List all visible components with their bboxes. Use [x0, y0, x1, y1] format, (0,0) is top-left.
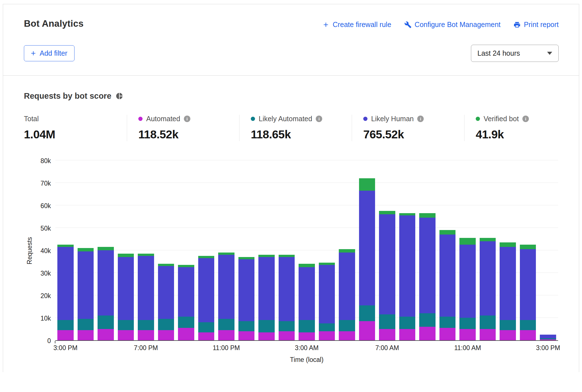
bar-segment-likely-human[interactable] [98, 250, 114, 316]
bar-segment-verified-bot[interactable] [78, 248, 94, 251]
bar-segment-automated[interactable] [78, 330, 94, 340]
bar-18[interactable] [419, 213, 436, 340]
bar-segment-likely-automated[interactable] [419, 313, 436, 327]
bar-segment-likely-human[interactable] [218, 255, 234, 319]
bar-segment-automated[interactable] [419, 327, 436, 340]
bar-segment-likely-human[interactable] [238, 259, 255, 321]
bar-1[interactable] [78, 248, 94, 340]
bar-segment-verified-bot[interactable] [138, 254, 154, 256]
bar-segment-likely-automated[interactable] [218, 319, 234, 330]
bar-segment-verified-bot[interactable] [500, 242, 516, 247]
bar-segment-automated[interactable] [359, 321, 375, 340]
bar-segment-automated[interactable] [57, 330, 74, 340]
bar-3[interactable] [118, 254, 134, 340]
bar-segment-automated[interactable] [279, 331, 295, 340]
bar-16[interactable] [379, 211, 395, 340]
bar-segment-verified-bot[interactable] [319, 263, 335, 265]
bar-segment-verified-bot[interactable] [339, 249, 355, 253]
bar-segment-likely-automated[interactable] [258, 320, 275, 332]
bar-14[interactable] [339, 249, 355, 340]
bar-segment-verified-bot[interactable] [218, 253, 234, 255]
bar-segment-automated[interactable] [158, 330, 174, 340]
bar-segment-likely-human[interactable] [299, 267, 315, 320]
info-icon[interactable]: i [316, 116, 322, 122]
bar-segment-verified-bot[interactable] [359, 178, 375, 191]
bar-segment-verified-bot[interactable] [238, 257, 255, 259]
add-filter-button[interactable]: Add filter [24, 45, 75, 61]
bar-segment-likely-human[interactable] [419, 218, 436, 313]
info-icon[interactable]: i [522, 116, 529, 122]
bar-segment-likely-human[interactable] [459, 245, 476, 318]
bar-segment-automated[interactable] [500, 330, 516, 340]
bar-segment-likely-automated[interactable] [178, 317, 194, 328]
bar-12[interactable] [299, 264, 315, 340]
time-range-select[interactable]: Last 24 hours [471, 45, 559, 62]
bar-segment-likely-human[interactable] [439, 235, 456, 317]
bar-8[interactable] [218, 253, 234, 340]
bar-segment-likely-automated[interactable] [319, 323, 335, 331]
bar-segment-verified-bot[interactable] [98, 247, 114, 250]
bar-19[interactable] [439, 230, 456, 340]
bar-segment-verified-bot[interactable] [118, 254, 134, 257]
bar-segment-automated[interactable] [299, 332, 315, 340]
bar-segment-automated[interactable] [459, 329, 476, 340]
info-icon[interactable]: i [184, 116, 190, 122]
bar-0[interactable] [57, 245, 74, 340]
configure-bot-management-link[interactable]: Configure Bot Management [404, 21, 501, 29]
bar-segment-likely-human[interactable] [339, 253, 355, 320]
bar-segment-verified-bot[interactable] [399, 213, 416, 215]
bar-15[interactable] [359, 178, 375, 340]
bar-segment-likely-human[interactable] [500, 247, 516, 320]
bar-segment-automated[interactable] [218, 330, 234, 340]
bar-segment-likely-human[interactable] [480, 241, 496, 316]
bar-segment-likely-human[interactable] [138, 256, 154, 320]
bar-segment-automated[interactable] [540, 339, 556, 340]
bar-24[interactable] [540, 335, 556, 340]
bar-segment-likely-automated[interactable] [78, 319, 94, 330]
bar-segment-verified-bot[interactable] [439, 230, 456, 235]
bar-segment-likely-human[interactable] [178, 267, 194, 317]
bar-segment-likely-automated[interactable] [520, 320, 536, 330]
bar-21[interactable] [480, 238, 496, 340]
bar-segment-verified-bot[interactable] [459, 238, 476, 245]
bar-23[interactable] [520, 245, 536, 340]
bar-segment-likely-human[interactable] [118, 257, 134, 320]
bar-segment-likely-automated[interactable] [118, 320, 134, 330]
bar-segment-likely-human[interactable] [319, 265, 335, 323]
bar-segment-verified-bot[interactable] [419, 213, 436, 218]
bar-segment-verified-bot[interactable] [258, 255, 275, 257]
bar-segment-automated[interactable] [379, 329, 395, 340]
info-icon[interactable]: i [417, 116, 424, 122]
bar-segment-verified-bot[interactable] [57, 245, 74, 247]
bar-segment-likely-automated[interactable] [480, 316, 496, 329]
bar-segment-verified-bot[interactable] [299, 264, 315, 267]
bar-segment-automated[interactable] [399, 329, 416, 340]
bar-segment-likely-automated[interactable] [439, 317, 456, 328]
bar-segment-likely-human[interactable] [57, 247, 74, 320]
bar-13[interactable] [319, 263, 335, 340]
bar-segment-automated[interactable] [98, 329, 114, 340]
bar-segment-likely-automated[interactable] [57, 320, 74, 330]
bar-segment-likely-automated[interactable] [299, 320, 315, 332]
bar-segment-automated[interactable] [520, 330, 536, 340]
bar-segment-likely-human[interactable] [520, 249, 536, 320]
bar-segment-likely-human[interactable] [258, 257, 275, 320]
bar-segment-automated[interactable] [118, 330, 134, 340]
bar-segment-likely-automated[interactable] [500, 320, 516, 330]
bar-segment-likely-human[interactable] [158, 266, 174, 319]
bar-4[interactable] [138, 254, 154, 340]
bar-segment-likely-human[interactable] [540, 335, 556, 338]
bar-segment-likely-human[interactable] [399, 215, 416, 317]
bar-segment-likely-automated[interactable] [158, 319, 174, 330]
bar-2[interactable] [98, 247, 114, 340]
bar-segment-likely-automated[interactable] [379, 314, 395, 329]
bar-segment-likely-automated[interactable] [98, 316, 114, 329]
bar-segment-verified-bot[interactable] [178, 265, 194, 267]
bar-segment-automated[interactable] [198, 332, 215, 340]
bar-7[interactable] [198, 256, 215, 340]
create-firewall-rule-link[interactable]: Create firewall rule [322, 21, 391, 29]
bar-10[interactable] [258, 255, 275, 340]
bar-segment-automated[interactable] [339, 331, 355, 340]
bar-6[interactable] [178, 265, 194, 340]
bar-segment-verified-bot[interactable] [158, 264, 174, 266]
